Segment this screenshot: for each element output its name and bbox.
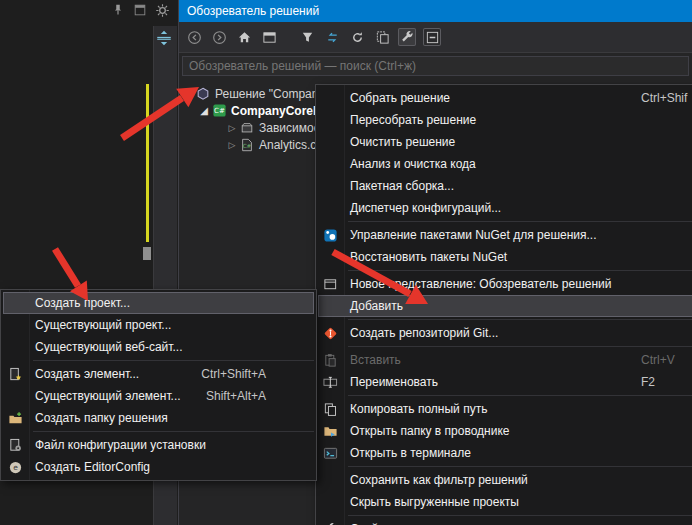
git-icon [322, 325, 338, 341]
properties-wrench-icon[interactable] [398, 28, 416, 46]
expander-icon[interactable]: ▷ [225, 140, 239, 150]
nuget-icon [322, 227, 338, 243]
new-view-icon [322, 276, 338, 292]
submenu-item-new-project[interactable]: Создать проект... [3, 292, 314, 314]
switch-views-icon[interactable] [260, 28, 278, 46]
pane-top-icons [110, 2, 170, 18]
solution-icon [195, 86, 211, 101]
terminal-icon [322, 445, 338, 461]
forward-icon[interactable] [210, 28, 228, 46]
refresh-icon[interactable] [348, 28, 366, 46]
add-submenu: Создать проект... Существующий проект...… [0, 289, 317, 481]
menu-item-new-solution-explorer-view[interactable]: Новое представление: Обозреватель решени… [316, 273, 692, 295]
svg-text:C#: C# [214, 106, 225, 115]
back-icon[interactable] [185, 28, 203, 46]
svg-text:e: e [13, 463, 18, 472]
show-all-files-icon[interactable] [373, 28, 391, 46]
scrollbar-thumb[interactable] [143, 247, 151, 260]
menu-item-configuration-manager[interactable]: Диспетчер конфигураций... [316, 197, 692, 219]
collapse-all-icon[interactable] [423, 28, 441, 46]
menu-separator [348, 466, 692, 467]
rename-icon [322, 374, 338, 390]
menu-item-paste[interactable]: Вставить Ctrl+V [316, 349, 692, 371]
menu-item-manage-nuget-packages[interactable]: Управление пакетами NuGet для решения... [316, 224, 692, 246]
menu-item-rebuild-solution[interactable]: Пересобрать решение [316, 109, 692, 131]
sync-with-active-document-icon[interactable] [323, 28, 341, 46]
csharp-project-icon: C# [211, 103, 227, 118]
submenu-item-setup-configuration-file[interactable]: Файл конфигурации установки [1, 434, 316, 456]
submenu-item-existing-website[interactable]: Существующий веб-сайт... [1, 336, 316, 358]
new-folder-icon [7, 410, 23, 426]
menu-separator [348, 319, 692, 320]
menu-separator [348, 270, 692, 271]
split-handle-icon[interactable] [155, 29, 173, 47]
gear-icon[interactable] [154, 2, 170, 18]
submenu-item-new-item[interactable]: Создать элемент... Ctrl+Shift+A [1, 363, 316, 385]
submenu-item-create-editorconfig[interactable]: e Создать EditorConfig [1, 456, 316, 478]
submenu-item-existing-project[interactable]: Существующий проект... [1, 314, 316, 336]
editorconfig-icon: e [7, 459, 23, 475]
new-item-icon [7, 366, 23, 382]
submenu-item-existing-item[interactable]: Существующий элемент... Shift+Alt+A [1, 385, 316, 407]
copy-path-icon [322, 401, 338, 417]
modified-lines-marker [146, 84, 149, 242]
menu-item-rename[interactable]: Переименовать F2 [316, 371, 692, 393]
menu-item-build-solution[interactable]: Собрать решение Ctrl+Shif [316, 87, 692, 109]
folder-explorer-icon [322, 423, 338, 439]
menu-separator [348, 515, 692, 516]
expander-icon[interactable]: ▷ [225, 123, 239, 133]
menu-separator [348, 346, 692, 347]
menu-item-open-folder-in-explorer[interactable]: Открыть папку в проводнике [316, 420, 692, 442]
menu-item-batch-build[interactable]: Пакетная сборка... [316, 175, 692, 197]
menu-item-copy-full-path[interactable]: Копировать полный путь [316, 398, 692, 420]
search-input[interactable] [189, 59, 682, 73]
panel-title-bar[interactable]: Обозреватель решений [179, 0, 692, 22]
menu-item-save-as-solution-filter[interactable]: Сохранить как фильтр решений [316, 469, 692, 491]
menu-item-hide-unloaded-projects[interactable]: Скрыть выгруженные проекты [316, 491, 692, 513]
context-menu: Собрать решение Ctrl+Shif Пересобрать ре… [315, 84, 692, 525]
paste-icon [322, 352, 338, 368]
expander-icon[interactable]: ◢ [197, 105, 211, 116]
menu-item-code-cleanup[interactable]: Анализ и очистка кода [316, 153, 692, 175]
menu-separator [33, 360, 314, 361]
wrench-icon [322, 521, 338, 525]
home-icon[interactable] [235, 28, 253, 46]
menu-item-restore-nuget-packages[interactable]: Восстановить пакеты NuGet [316, 246, 692, 268]
menu-item-create-git-repository[interactable]: Создать репозиторий Git... [316, 322, 692, 344]
menu-separator [33, 431, 314, 432]
search-box[interactable] [182, 56, 689, 76]
solution-explorer-toolbar [179, 22, 692, 53]
pin-icon[interactable] [110, 2, 126, 18]
csharp-file-icon: C# [239, 137, 255, 152]
menu-item-properties[interactable]: Свойства [316, 518, 692, 525]
menu-separator [348, 221, 692, 222]
dependencies-icon [239, 120, 255, 135]
svg-text:C#: C# [243, 143, 252, 149]
menu-item-clean-solution[interactable]: Очистить решение [316, 131, 692, 153]
menu-item-add[interactable]: Добавить [318, 295, 692, 317]
menu-item-open-in-terminal[interactable]: Открыть в терминале [316, 442, 692, 464]
submenu-item-new-solution-folder[interactable]: Создать папку решения [1, 407, 316, 429]
pending-changes-filter-icon[interactable] [298, 28, 316, 46]
frame-icon[interactable] [132, 2, 148, 18]
menu-separator [348, 395, 692, 396]
panel-title: Обозреватель решений [187, 4, 319, 18]
setup-config-icon [7, 437, 23, 453]
